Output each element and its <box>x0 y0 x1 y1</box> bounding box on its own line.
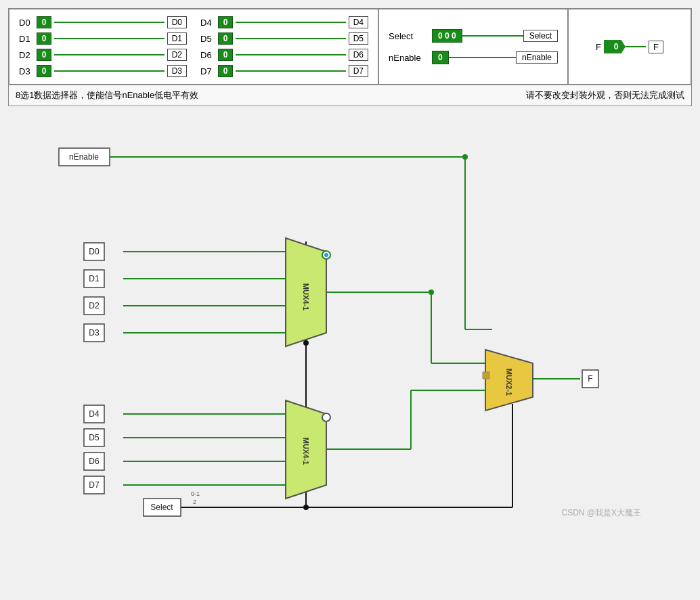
d2-value[interactable]: 0 <box>37 49 51 61</box>
d0-label: D0 <box>19 18 34 28</box>
d6-value[interactable]: 0 <box>218 49 233 61</box>
mux41-top-label: MUX4-1 <box>302 283 310 310</box>
nenable-value[interactable]: 0 <box>432 51 449 64</box>
d6-wire <box>236 54 346 55</box>
signal-row-d3: D3 0 D3 <box>19 65 187 77</box>
d4-output: D4 <box>349 16 368 28</box>
signal-row-d6: D6 0 D6 <box>200 49 368 61</box>
signal-grid: D0 0 D0 D4 0 D4 D1 0 D1 D5 0 <box>19 16 368 77</box>
d3-wire <box>54 70 165 72</box>
select-text: Select <box>150 503 173 512</box>
top-right-f: F 0 F <box>569 9 691 84</box>
top-left-signals: D0 0 D0 D4 0 D4 D1 0 D1 D5 0 <box>9 9 379 84</box>
d1-text: D1 <box>89 274 100 283</box>
d6-text: D6 <box>89 457 100 466</box>
d5-label: D5 <box>200 34 215 44</box>
d4-text: D4 <box>89 409 100 419</box>
d0-wire <box>54 22 165 23</box>
f-label-left: F <box>596 42 601 52</box>
d7-label: D7 <box>200 66 215 76</box>
d1-output: D1 <box>167 32 187 45</box>
f-signal: F 0 F <box>596 40 663 53</box>
d1-value[interactable]: 0 <box>37 32 51 45</box>
d5-value[interactable]: 0 <box>218 32 233 45</box>
signal-row-d4: D4 0 D4 <box>200 16 368 28</box>
d3-label: D3 <box>19 66 34 76</box>
signal-row-d2: D2 0 D2 <box>19 49 187 61</box>
select-signal-row: Select 0 0 0 Select <box>389 29 558 43</box>
select-bit-label: 0-1 <box>191 490 200 497</box>
d1-wire <box>54 38 165 39</box>
d7-text: D7 <box>89 480 100 490</box>
d7-output: D7 <box>349 65 368 77</box>
desc-left: 8选1数据选择器，使能信号nEnable低电平有效 <box>16 89 343 101</box>
d5-output: D5 <box>349 32 368 45</box>
d4-wire <box>236 22 346 23</box>
signal-row-d7: D7 0 D7 <box>200 65 368 77</box>
mux41-top-enable-dot <box>324 253 328 257</box>
f-output-text: F <box>588 374 592 384</box>
top-middle-signals: Select 0 0 0 Select nEnable 0 nEnable <box>379 9 569 84</box>
signal-row-d1: D1 0 D1 <box>19 32 187 45</box>
mux21-enable-sq <box>483 372 489 379</box>
select-label: Select <box>389 31 429 41</box>
select-top-junction <box>303 340 309 346</box>
d6-label: D6 <box>200 50 215 60</box>
mux21-label: MUX2-1 <box>505 369 513 396</box>
f-wire <box>626 46 646 47</box>
d7-wire <box>236 70 346 72</box>
circuit-diagram: nEnable D0 D1 D2 D3 D4 D5 D6 D7 MUX4-1 <box>45 120 655 526</box>
d0-text: D0 <box>89 247 100 256</box>
f-value[interactable]: 0 <box>604 40 626 53</box>
nenable-text: nEnable <box>69 152 99 162</box>
d5-text: D5 <box>89 433 100 442</box>
d3-value[interactable]: 0 <box>37 65 51 77</box>
d4-label: D4 <box>200 18 215 28</box>
description-bar: 8选1数据选择器，使能信号nEnable低电平有效 请不要改变封装外观，否则无法… <box>8 85 692 106</box>
top-panel: D0 0 D0 D4 0 D4 D1 0 D1 D5 0 <box>8 8 692 85</box>
d3-text: D3 <box>89 328 100 338</box>
select-output: Select <box>523 30 558 42</box>
d4-value[interactable]: 0 <box>218 16 233 28</box>
desc-right: 请不要改变封装外观，否则无法完成测试 <box>357 89 684 101</box>
d2-output: D2 <box>167 49 187 61</box>
nenable-label: nEnable <box>389 53 429 63</box>
d6-output: D6 <box>349 49 368 61</box>
d2-wire <box>54 54 165 55</box>
nenable-signal-row: nEnable 0 nEnable <box>389 51 558 64</box>
d5-wire <box>236 38 346 39</box>
f-label-right: F <box>649 41 663 53</box>
mux41-bot-label: MUX4-1 <box>302 438 310 465</box>
d0-value[interactable]: 0 <box>37 16 51 28</box>
d3-output: D3 <box>167 65 187 77</box>
select-bit2-label: 2 <box>193 499 196 505</box>
d7-value[interactable]: 0 <box>218 65 233 77</box>
signal-row-d5: D5 0 D5 <box>200 32 368 45</box>
d1-label: D1 <box>19 34 34 44</box>
d2-label: D2 <box>19 50 34 60</box>
watermark: CSDN @我是X大魔王 <box>561 507 641 519</box>
nenable-output: nEnable <box>516 51 558 64</box>
diagram-area: nEnable D0 D1 D2 D3 D4 D5 D6 D7 MUX4-1 <box>45 120 655 526</box>
signal-row-d0: D0 0 D0 <box>19 16 187 28</box>
mux41-bot-enable-circle <box>322 413 330 421</box>
select-value[interactable]: 0 0 0 <box>432 29 462 43</box>
d2-text: D2 <box>89 301 100 310</box>
d0-output: D0 <box>167 16 187 28</box>
